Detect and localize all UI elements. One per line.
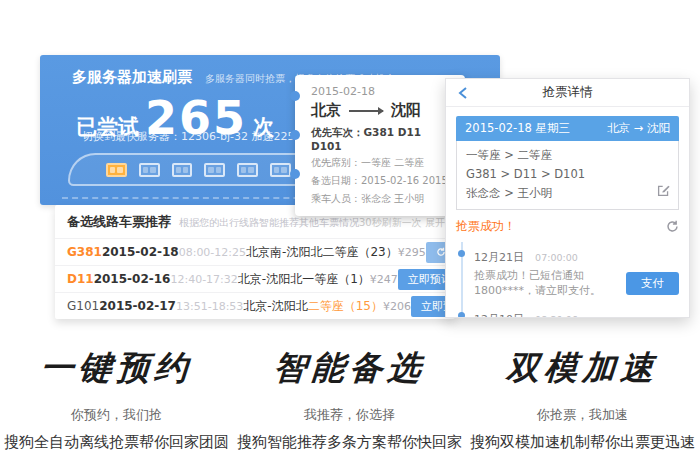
seat-priority-summary: 一等座 > 二等座: [466, 146, 669, 165]
feature-description: 搜狗双模加速机制帮你出票更迅速: [466, 433, 699, 452]
table-row[interactable]: G101 2015-02-17 13:51-18:53 北京-沈阳北 二等座（1…: [55, 292, 455, 319]
booking-ticket-card: 2015-02-18 北京 沈阳 优先车次：G381 D11 D101 优先席别…: [295, 75, 465, 216]
panel-header: 抢票详情: [446, 79, 689, 107]
travel-time: 13:51-18:53: [176, 300, 243, 313]
selected-route: 北京 → 沈阳: [607, 121, 670, 136]
ticket-date: 2015-02-18: [311, 85, 453, 98]
edit-button[interactable]: [657, 184, 670, 203]
train-window: [139, 163, 160, 177]
timeline-date-row: 12月21日 07:00:00: [474, 246, 679, 265]
travel-date: 2015-02-16: [94, 272, 171, 286]
priority-trains: 优先车次：G381 D11 D101: [311, 126, 453, 152]
feature-tagline: 你预约，我们抢: [0, 406, 233, 424]
feature-tagline: 我推荐，你选择: [233, 406, 466, 424]
travel-time: 08:00-12:25: [179, 246, 246, 259]
order-summary-box: 一等座 > 二等座 G381 > D11 > D101 张念念 > 王小明: [456, 141, 679, 210]
route-arrow-icon: [349, 110, 383, 112]
timeline-time: 08:30:06: [535, 314, 578, 318]
train-number: D11: [67, 272, 94, 286]
timeline-date: 12月10日: [474, 313, 524, 318]
table-title: 备选线路车票推荐: [67, 213, 171, 231]
priority-seats: 优先席别：一等座 二等座: [311, 156, 453, 170]
refresh-icon: [666, 220, 679, 233]
refresh-interval-note: 30秒刷新一次 展开: [359, 216, 445, 230]
travel-time: 12:40-17:32: [170, 273, 237, 286]
passengers: 乘车人员：张念念 王小明: [311, 192, 453, 206]
pay-button[interactable]: 支付: [626, 272, 679, 295]
table-row[interactable]: G381 2015-02-18 08:00-12:25 北京南-沈阳北 二等座（…: [55, 238, 455, 265]
train-priority-summary: G381 > D11 > D101: [466, 165, 669, 184]
grab-detail-panel: 抢票详情 2015-02-18 星期三 北京 → 沈阳 一等座 > 二等座 G3…: [445, 78, 690, 318]
timeline-date-row: 12月10日 08:30:06: [474, 308, 679, 318]
backup-dates: 备选日期：2015-02-16 2015-02-17: [311, 174, 453, 188]
train-number: G101: [67, 299, 99, 313]
timeline-time: 07:00:00: [535, 252, 578, 263]
refresh-button[interactable]: [666, 220, 679, 233]
ticket-notch: [290, 91, 300, 101]
passenger-summary: 张念念 > 王小明: [466, 184, 669, 203]
train-number: G381: [67, 245, 102, 259]
seat-availability: 二等座（15）: [308, 298, 383, 315]
feature-title: 双模加速: [464, 346, 700, 391]
panel-body: 2015-02-18 星期三 北京 → 沈阳 一等座 > 二等座 G381 > …: [446, 107, 689, 318]
timeline-entry: 12月10日 08:30:06 为保证成功抢票，请在抢票前不要修改12306登陆…: [474, 304, 679, 318]
train-window: [270, 163, 291, 177]
chevron-left-icon: [458, 87, 468, 99]
station-route: 北京-沈阳北: [243, 298, 307, 315]
table-subtitle: 根据您的出行线路智能推荐其他车票情况: [179, 216, 359, 230]
timeline-message: 抢票成功！已短信通知1800****，请立即支付。: [474, 268, 620, 298]
feature-description: 搜狗全自动离线抢票帮你回家团圆: [0, 433, 233, 452]
train-window: [237, 163, 258, 177]
selected-date: 2015-02-18 星期三: [465, 121, 570, 136]
ticket-notch: [290, 169, 300, 179]
station-route: 北京-沈阳北: [238, 271, 302, 288]
status-row: 抢票成功！: [456, 218, 679, 235]
back-button[interactable]: [454, 84, 472, 102]
feature-title: 智能备选: [231, 346, 467, 391]
edit-pencil-icon: [657, 184, 670, 197]
train-window: [172, 163, 193, 177]
train-window: [204, 163, 225, 177]
destination-city: 沈阳: [391, 101, 421, 120]
backup-routes-table: 备选线路车票推荐 根据您的出行线路智能推荐其他车票情况 30秒刷新一次 展开 G…: [55, 205, 455, 319]
panel-title: 抢票详情: [543, 84, 593, 101]
feature-title: 一键预约: [0, 346, 235, 391]
ticket-price: ¥295: [398, 246, 426, 259]
selected-date-bar: 2015-02-18 星期三 北京 → 沈阳: [456, 116, 679, 141]
travel-date: 2015-02-18: [102, 245, 179, 259]
feature-tagline: 你抢票，我加速: [466, 406, 699, 424]
feature-one-key-reserve: 一键预约 你预约，我们抢 搜狗全自动离线抢票帮你回家团圆: [0, 346, 233, 452]
ticket-notch: [290, 130, 300, 140]
timeline-message-row: 抢票成功！已短信通知1800****，请立即支付。 支付: [474, 268, 679, 298]
feature-dual-mode-acceleration: 双模加速 你抢票，我加速 搜狗双模加速机制帮你出票更迅速: [466, 346, 699, 452]
origin-city: 北京: [311, 101, 341, 120]
ticket-price: ¥247: [370, 273, 398, 286]
event-timeline: 12月21日 07:00:00 抢票成功！已短信通知1800****，请立即支付…: [461, 242, 679, 318]
station-route: 北京南-沈阳北: [246, 244, 322, 261]
travel-date: 2015-02-17: [99, 299, 176, 313]
promo-title: 多服务器加速刷票: [72, 68, 192, 86]
timeline-date: 12月21日: [474, 251, 524, 264]
seat-availability: 一等座（1）: [302, 271, 370, 288]
feature-highlights: 一键预约 你预约，我们抢 搜狗全自动离线抢票帮你回家团圆 智能备选 我推荐，你选…: [0, 346, 700, 452]
ticket-route: 北京 沈阳: [311, 101, 453, 120]
table-row[interactable]: D11 2015-02-16 12:40-17:32 北京-沈阳北 一等座（1）…: [55, 265, 455, 292]
train-window-lit: [106, 163, 127, 177]
grab-success-status: 抢票成功！: [456, 218, 516, 235]
feature-description: 搜狗智能推荐多条方案帮你快回家: [233, 433, 466, 452]
ticket-price: ¥206: [383, 300, 411, 313]
feature-smart-backup: 智能备选 我推荐，你选择 搜狗智能推荐多条方案帮你快回家: [233, 346, 466, 452]
seat-availability: 二等座（23）: [322, 244, 397, 261]
timeline-entry: 12月21日 07:00:00 抢票成功！已短信通知1800****，请立即支付…: [474, 242, 679, 304]
